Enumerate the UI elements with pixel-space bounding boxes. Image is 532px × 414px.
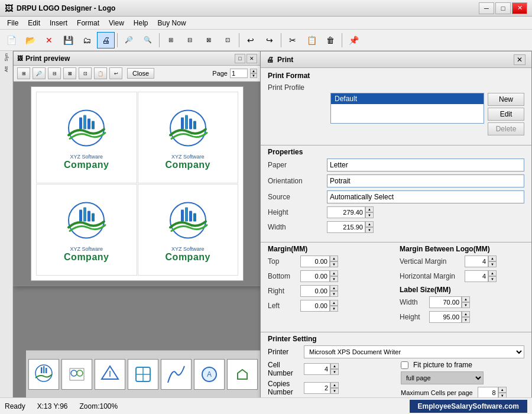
pd-lheight-up[interactable]: ▲ [462,311,470,317]
menu-file[interactable]: File [2,18,23,28]
thumb-7[interactable] [227,359,258,390]
pd-lwidth-down[interactable]: ▼ [462,302,470,308]
pp-close-btn[interactable]: ✕ [246,54,257,63]
copy-btn[interactable]: 📋 [303,32,320,48]
pd-horizontal-input[interactable] [465,270,488,282]
pd-lwidth-input[interactable] [429,296,462,308]
pd-fullpage-select[interactable]: full page [401,371,484,384]
pd-height-input[interactable] [327,206,365,218]
pd-lwidth-spin: ▲▼ [429,296,470,308]
pd-delete-btn[interactable]: Delete [488,122,524,135]
pp-tb-1[interactable]: ⊞ [17,67,30,79]
pd-profile-list[interactable]: Default [330,93,484,124]
anchor-btn[interactable]: 📌 [345,32,362,48]
pd-width-input[interactable] [327,221,365,233]
thumb-3[interactable] [95,359,125,390]
pd-new-btn[interactable]: New [488,93,524,106]
grid-btn2[interactable]: ⊟ [181,32,199,48]
thumb-2[interactable] [61,359,92,390]
pd-orientation-input[interactable] [327,174,524,187]
pd-vertical-down[interactable]: ▼ [488,261,497,267]
save-btn[interactable]: 💾 [59,32,77,48]
cut-btn[interactable]: ✂ [284,32,301,48]
pp-maximize-btn[interactable]: □ [235,54,245,63]
pd-horizontal-up[interactable]: ▲ [488,270,497,276]
grid-btn1[interactable]: ⊞ [162,32,180,48]
menu-insert[interactable]: Insert [45,18,72,28]
grid-btn3[interactable]: ⊠ [200,32,218,48]
pd-source-input[interactable] [327,190,524,203]
pp-close-button[interactable]: Close [127,68,154,79]
grid-btn4[interactable]: ⊡ [219,32,236,48]
pd-copies-down[interactable]: ▼ [330,388,339,394]
thumb-4[interactable] [128,359,158,390]
maximize-btn[interactable]: □ [495,2,511,14]
pd-left-input[interactable] [300,300,330,312]
pp-page-down[interactable]: ▼ [250,73,257,78]
pd-width-up[interactable]: ▲ [365,221,374,227]
thumb-6[interactable]: A [194,359,225,390]
pd-cell-down[interactable]: ▼ [330,369,339,375]
pp-page-up[interactable]: ▲ [250,69,257,73]
undo-btn[interactable]: ↩ [242,32,259,48]
pd-right-up[interactable]: ▲ [330,285,338,291]
pd-close-btn[interactable]: ✕ [514,54,525,65]
pp-tb-5[interactable]: ⊡ [79,67,92,79]
pp-tb-6[interactable]: 📋 [94,67,107,79]
pd-paper-input[interactable] [327,159,524,172]
pd-copies-input[interactable] [304,382,330,394]
pd-top-input[interactable] [300,255,330,267]
pd-bottom-input[interactable] [300,270,330,282]
pd-edit-btn[interactable]: Edit [488,108,524,121]
pd-left-down[interactable]: ▼ [330,306,338,312]
pp-tb-3[interactable]: ⊟ [48,67,61,79]
pd-bottom-down[interactable]: ▼ [330,276,338,282]
pd-lheight-input[interactable] [429,311,462,323]
pd-horizontal-down[interactable]: ▼ [488,276,497,282]
pd-height-up[interactable]: ▲ [365,206,374,212]
pd-vertical-input[interactable] [465,255,488,267]
pd-maxcells-input[interactable] [478,387,498,397]
pd-maxcells-down[interactable]: ▼ [498,393,507,397]
open-btn[interactable]: 📂 [21,32,39,48]
menu-buynow[interactable]: Buy Now [153,18,191,28]
thumb-1[interactable] [28,359,59,390]
pd-right-input[interactable] [300,285,330,297]
menu-view[interactable]: View [104,18,129,28]
pd-cell-up[interactable]: ▲ [330,363,339,369]
redo-btn[interactable]: ↪ [261,32,278,48]
zoom-in-btn[interactable]: 🔍 [139,32,157,48]
pd-maxcells-up[interactable]: ▲ [498,387,507,393]
close-btn[interactable]: ✕ [512,2,527,14]
pd-vertical-up[interactable]: ▲ [488,255,497,261]
zoom-btn[interactable]: 🔎 [120,32,138,48]
pp-page-input[interactable] [230,69,248,78]
close-doc-btn[interactable]: ✕ [40,32,58,48]
pp-tb-4[interactable]: ⊠ [63,67,76,79]
pp-tb-2[interactable]: 🔎 [33,67,46,79]
pd-fit-checkbox[interactable] [401,361,408,369]
pp-tb-7[interactable]: ↩ [109,67,122,79]
print-btn[interactable]: 🖨 [97,32,115,48]
pd-height-down[interactable]: ▼ [365,212,374,218]
pd-profile-default[interactable]: Default [331,93,484,104]
delete-btn[interactable]: 🗑 [322,32,339,48]
pd-top-up[interactable]: ▲ [330,255,338,261]
thumb-5[interactable] [161,359,192,390]
menu-edit[interactable]: Edit [23,18,45,28]
pd-left-up[interactable]: ▲ [330,300,338,306]
pd-lwidth-up[interactable]: ▲ [462,296,470,302]
pd-right-down[interactable]: ▼ [330,291,338,297]
pd-bottom-up[interactable]: ▲ [330,270,338,276]
new-btn[interactable]: 📄 [2,32,20,48]
pd-top-down[interactable]: ▼ [330,261,338,267]
menu-help[interactable]: Help [129,18,153,28]
minimize-btn[interactable]: ─ [479,2,494,14]
pd-copies-up[interactable]: ▲ [330,382,339,388]
menu-format[interactable]: Format [72,18,104,28]
pd-width-down[interactable]: ▼ [365,227,374,233]
pd-lheight-down[interactable]: ▼ [462,317,470,323]
save-all-btn[interactable]: 🗂 [78,32,96,48]
pd-printer-select[interactable]: Microsoft XPS Document Writer [304,345,524,358]
pd-cell-input[interactable] [304,363,330,375]
